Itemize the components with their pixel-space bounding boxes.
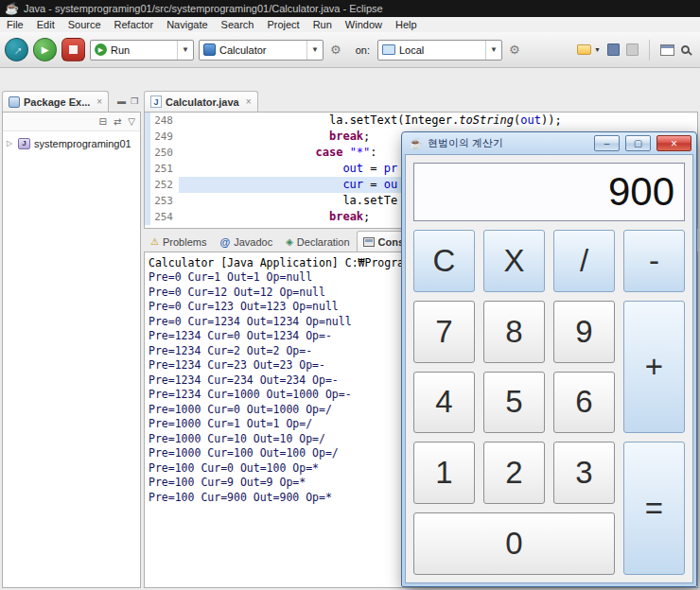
calc-button-6[interactable]: 6 bbox=[553, 372, 615, 434]
app-icon bbox=[203, 43, 216, 56]
target-label: Local bbox=[399, 44, 424, 56]
tab-problems[interactable]: ⚠ Problems bbox=[144, 231, 213, 252]
gear-icon[interactable]: ⚙ bbox=[328, 43, 343, 57]
calc-button-2[interactable]: 2 bbox=[483, 442, 545, 504]
chevron-down-icon: ▼ bbox=[306, 41, 323, 60]
menu-source[interactable]: Source bbox=[61, 18, 108, 31]
calc-button-0[interactable]: 0 bbox=[413, 512, 615, 575]
save-all-icon bbox=[626, 43, 639, 56]
calc-button-8[interactable]: 8 bbox=[483, 301, 545, 363]
line-number[interactable]: 253 bbox=[150, 193, 179, 209]
save-icon[interactable] bbox=[607, 43, 620, 56]
launch-arrow-button[interactable]: → bbox=[5, 38, 28, 61]
run-application-button[interactable]: ▶ bbox=[33, 38, 57, 61]
calc-button-clear[interactable]: C bbox=[413, 230, 475, 292]
menu-search[interactable]: Search bbox=[215, 18, 261, 31]
calc-button-5[interactable]: 5 bbox=[483, 372, 545, 434]
tab-label: Package Ex... bbox=[24, 96, 90, 108]
package-explorer-body: ⊟ ⇄ ▽ ▷ J systemprograming01 bbox=[2, 112, 141, 588]
tab-declaration[interactable]: ◈ Declaration bbox=[279, 231, 356, 252]
line-number[interactable]: 249 bbox=[150, 129, 179, 145]
java-eclipse-icon: ☕ bbox=[5, 2, 19, 15]
minimize-view-icon[interactable]: ▬ bbox=[117, 96, 126, 106]
menu-project[interactable]: Project bbox=[260, 18, 306, 31]
package-explorer-panel: Package Ex... × ▬ ❒ ⊟ ⇄ ▽ ▷ J systemprog… bbox=[2, 91, 141, 588]
close-icon[interactable]: × bbox=[246, 96, 252, 107]
launch-config-dropdown[interactable]: Calculator ▼ bbox=[199, 40, 324, 61]
line-number[interactable]: 254 bbox=[150, 209, 179, 225]
calc-button-equals[interactable]: = bbox=[623, 442, 685, 575]
open-perspective-icon[interactable] bbox=[660, 44, 674, 56]
window-titlebar: ☕ Java - systemprograming01/src/systempr… bbox=[0, 0, 700, 17]
java-project-icon: J bbox=[18, 138, 30, 149]
close-button[interactable]: × bbox=[656, 135, 691, 151]
calc-button-divide[interactable]: / bbox=[553, 230, 615, 292]
editor-tabbar: J Calculator.java × bbox=[144, 91, 698, 112]
calc-button-3[interactable]: 3 bbox=[553, 442, 615, 504]
menu-navigate[interactable]: Navigate bbox=[160, 18, 214, 31]
javadoc-icon: @ bbox=[219, 236, 230, 248]
line-number[interactable]: 251 bbox=[150, 161, 179, 177]
code-line[interactable]: 248 la.setText(Integer.toString(out)); bbox=[145, 113, 697, 129]
target-dropdown[interactable]: Local ▼ bbox=[377, 40, 502, 61]
package-explorer-tabbar: Package Ex... × ▬ ❒ bbox=[2, 91, 141, 112]
view-actions: ▬ ❒ bbox=[117, 96, 141, 106]
menu-window[interactable]: Window bbox=[339, 18, 389, 31]
toolbar-separator bbox=[649, 40, 650, 61]
search-icon[interactable] bbox=[681, 45, 690, 54]
project-name: systemprograming01 bbox=[34, 138, 131, 149]
tab-package-explorer[interactable]: Package Ex... × bbox=[2, 91, 109, 112]
calculator-title: 현범이의 계산기 bbox=[428, 136, 588, 150]
collapse-all-icon[interactable]: ⊟ bbox=[99, 116, 107, 127]
menu-file[interactable]: File bbox=[0, 18, 30, 31]
gear-icon[interactable]: ⚙ bbox=[507, 43, 522, 57]
menu-help[interactable]: Help bbox=[389, 18, 424, 31]
menu-edit[interactable]: Edit bbox=[30, 18, 61, 31]
main-toolbar: → ▶ ▶ Run ▼ Calculator ▼ ⚙ on: Local ▼ ⚙… bbox=[0, 32, 700, 68]
tree-item-project[interactable]: ▷ J systemprograming01 bbox=[5, 135, 138, 151]
package-explorer-toolbar: ⊟ ⇄ ▽ bbox=[3, 113, 140, 131]
expand-arrow-icon[interactable]: ▷ bbox=[5, 139, 14, 148]
project-tree: ▷ J systemprograming01 bbox=[3, 131, 140, 155]
launch-config-label: Calculator bbox=[219, 44, 267, 56]
link-with-editor-icon[interactable]: ⇄ bbox=[114, 116, 121, 127]
calc-button-7[interactable]: 7 bbox=[413, 301, 475, 363]
tab-calculator-java[interactable]: J Calculator.java × bbox=[144, 91, 258, 112]
chevron-down-icon[interactable]: ▼ bbox=[594, 46, 601, 53]
toolbar-right-icons: ▼ bbox=[577, 40, 695, 61]
maximize-button[interactable]: ▢ bbox=[625, 135, 651, 151]
tab-javadoc[interactable]: @ Javadoc bbox=[213, 231, 279, 252]
maximize-view-icon[interactable]: ❒ bbox=[131, 96, 138, 106]
run-icon: ▶ bbox=[95, 43, 107, 56]
minimize-button[interactable]: – bbox=[594, 135, 620, 151]
calculator-display: 900 bbox=[413, 163, 685, 221]
calc-button-4[interactable]: 4 bbox=[413, 372, 475, 434]
menu-run[interactable]: Run bbox=[306, 18, 339, 31]
line-number[interactable]: 252 bbox=[150, 177, 179, 193]
terminate-button[interactable] bbox=[61, 38, 85, 61]
run-mode-dropdown[interactable]: ▶ Run ▼ bbox=[90, 40, 194, 61]
view-menu-icon[interactable]: ▽ bbox=[128, 116, 135, 127]
calculator-window: ☕ 현범이의 계산기 – ▢ × 900 C X / - 7 8 9 + 4 5… bbox=[401, 131, 697, 587]
calc-button-9[interactable]: 9 bbox=[553, 301, 615, 363]
console-icon bbox=[363, 237, 375, 247]
line-number[interactable]: 250 bbox=[150, 145, 179, 161]
calc-button-1[interactable]: 1 bbox=[413, 442, 475, 504]
line-number[interactable]: 248 bbox=[150, 113, 179, 129]
calculator-body: 900 C X / - 7 8 9 + 4 5 6 1 2 3 = 0 bbox=[405, 154, 693, 583]
problems-icon: ⚠ bbox=[150, 236, 159, 247]
calc-button-multiply[interactable]: X bbox=[483, 230, 545, 292]
calc-button-plus[interactable]: + bbox=[623, 301, 685, 434]
play-icon: ▶ bbox=[42, 44, 49, 55]
java-app-icon: ☕ bbox=[409, 137, 423, 150]
calculator-keypad: C X / - 7 8 9 + 4 5 6 1 2 3 = 0 bbox=[413, 230, 685, 575]
chevron-down-icon: ▼ bbox=[485, 41, 501, 60]
new-wizard-icon[interactable] bbox=[577, 44, 591, 55]
calculator-titlebar[interactable]: ☕ 현범이의 계산기 – ▢ × bbox=[405, 132, 693, 154]
tab-label: Calculator.java bbox=[166, 96, 239, 108]
chevron-down-icon: ▼ bbox=[177, 41, 193, 60]
java-file-icon: J bbox=[150, 95, 162, 108]
menu-refactor[interactable]: Refactor bbox=[108, 18, 161, 31]
calc-button-minus[interactable]: - bbox=[623, 230, 685, 292]
close-icon[interactable]: × bbox=[96, 96, 102, 107]
